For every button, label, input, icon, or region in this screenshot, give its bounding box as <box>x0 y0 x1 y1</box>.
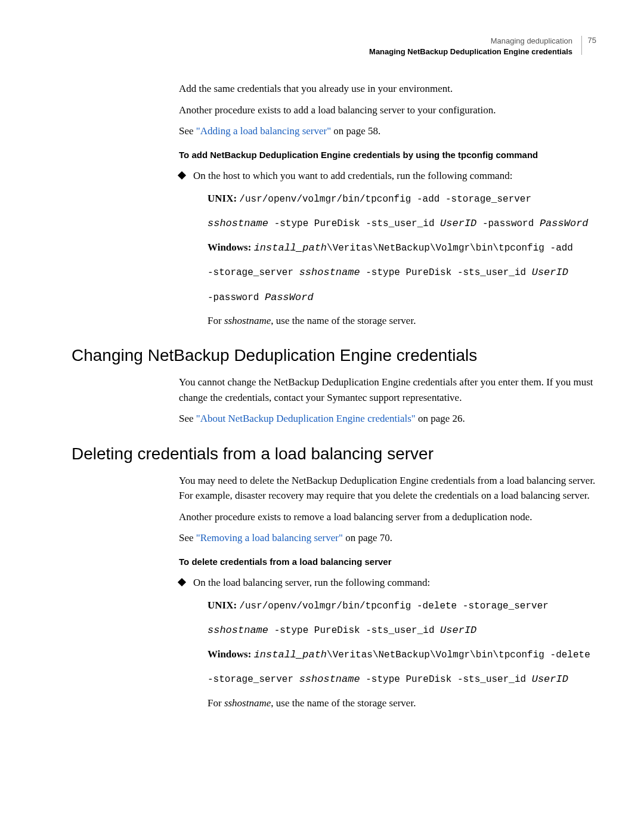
link-adding-load-balancing[interactable]: "Adding a load balancing server" <box>196 125 331 137</box>
page-number: 75 <box>581 36 596 55</box>
windows-label: Windows: <box>208 242 254 253</box>
section-title-deleting: Deleting credentials from a load balanci… <box>72 444 596 464</box>
closing-note-delete: For sshostname, use the name of the stor… <box>208 696 596 711</box>
see-reference: See "Adding a load balancing server" on … <box>179 123 596 139</box>
bullet-delete-credentials: On the load balancing server, run the fo… <box>179 575 596 591</box>
changing-block: You cannot change the NetBackup Deduplic… <box>179 375 596 427</box>
intro-paragraph-2: Another procedure exists to add a load b… <box>179 103 596 118</box>
bullet-diamond-icon <box>178 171 186 180</box>
procedure-heading-delete: To delete credentials from a load balanc… <box>179 557 596 567</box>
closing-note-add: For sshostname, use the name of the stor… <box>208 313 596 329</box>
changing-paragraph: You cannot change the NetBackup Deduplic… <box>179 375 596 405</box>
section-title-changing: Changing NetBackup Deduplication Engine … <box>72 346 596 365</box>
procedure-heading-add: To add NetBackup Deduplication Engine cr… <box>179 150 596 160</box>
unix-delete-command-block: UNIX: /usr/openv/volmgr/bin/tpconfig -de… <box>208 596 596 640</box>
bullet-add-credentials: On the host to which you want to add cre… <box>179 168 596 184</box>
see-reference-changing: See "About NetBackup Deduplication Engin… <box>179 411 596 427</box>
windows-label-delete: Windows: <box>208 648 254 660</box>
deleting-block: You may need to delete the NetBackup Ded… <box>179 473 596 710</box>
windows-delete-command-block: Windows: install_path\Veritas\NetBackup\… <box>208 645 596 690</box>
header-section: Managing NetBackup Deduplication Engine … <box>72 47 596 57</box>
unix-command-block: UNIX: /usr/openv/volmgr/bin/tpconfig -ad… <box>208 189 596 233</box>
intro-block: Add the same credentials that you alread… <box>179 81 596 328</box>
page-header: Managing deduplication Managing NetBacku… <box>72 36 596 57</box>
unix-label: UNIX: <box>208 193 239 204</box>
header-chapter: Managing deduplication <box>72 36 596 47</box>
see-reference-deleting: See "Removing a load balancing server" o… <box>179 530 596 546</box>
link-removing-load-balancing[interactable]: "Removing a load balancing server" <box>196 532 343 543</box>
link-about-credentials[interactable]: "About NetBackup Deduplication Engine cr… <box>196 413 416 424</box>
deleting-paragraph-1: You may need to delete the NetBackup Ded… <box>179 473 596 503</box>
windows-command-block: Windows: install_path\Veritas\NetBackup\… <box>208 238 596 307</box>
bullet-diamond-icon <box>178 578 186 586</box>
intro-paragraph-1: Add the same credentials that you alread… <box>179 81 596 97</box>
unix-label-delete: UNIX: <box>208 600 239 611</box>
deleting-paragraph-2: Another procedure exists to remove a loa… <box>179 509 596 525</box>
